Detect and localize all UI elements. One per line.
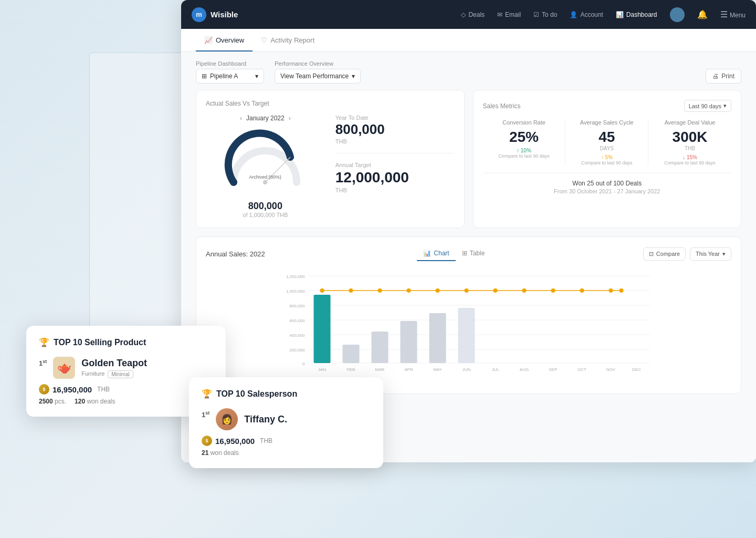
salesperson-won-deals: 21 won deals (202, 449, 239, 457)
top-salesperson-card: 🏆 TOP 10 Salesperson 1st 👩 Tiffany C. $ … (189, 377, 383, 468)
print-icon: 🖨 (712, 73, 719, 80)
coin-icon: $ (202, 436, 212, 446)
avg-cycle-change: ↑ 5% (601, 154, 613, 160)
category-tag: Furniture (81, 370, 104, 378)
conversion-rate-change-sub: Compare to last 90 days (498, 153, 550, 159)
annual-target-label: Annual Target (335, 162, 455, 168)
menu-button[interactable]: ☰ Menu (720, 9, 746, 19)
conversion-rate-change: ↑ 10% (517, 148, 531, 153)
activity-icon: ♡ (261, 36, 267, 44)
brand-icon: m (192, 7, 206, 22)
avatar[interactable] (670, 7, 685, 22)
sales-right: Year To Date 800,000 THB Annual Target 1… (335, 115, 455, 193)
svg-point-30 (494, 288, 498, 293)
svg-text:0: 0 (302, 361, 305, 366)
chart-tab-table[interactable]: ⊞ Table (456, 246, 491, 261)
trophy-icon: 🏆 (39, 337, 49, 347)
conversion-rate-col: Conversion Rate 25% ↑ 10% Compare to las… (483, 119, 566, 165)
actual-sales-title: Actual Sales Vs Target (206, 100, 455, 107)
annual-target-currency: THB (335, 187, 455, 193)
table-icon: ⊞ (462, 250, 467, 257)
won-deals-period: From 30 October 2021 - 27 January 2022 (483, 188, 732, 194)
sales-metrics-card: Sales Metrics Last 90 days ▾ Conversion … (473, 90, 742, 228)
product-item-row: 1st 🫖 Golden Teapot Furniture Minimal (39, 357, 213, 379)
hamburger-icon: ☰ (720, 10, 728, 19)
svg-point-1 (263, 180, 267, 184)
performance-filter-group: Performance Overview View Team Performan… (275, 60, 361, 84)
performance-select[interactable]: View Team Performance ▾ (275, 69, 361, 84)
chevron-down-icon: ▾ (255, 73, 258, 80)
year-to-date-currency: THB (335, 138, 455, 144)
avg-deal-label: Average Deal Value (665, 119, 716, 126)
pipeline-filter-group: Pipeline Dashboard ⊞ Pipeline A ▾ (196, 60, 264, 84)
nav-account[interactable]: 👤 Account (570, 11, 603, 18)
avg-deal-value: 300K (673, 130, 708, 144)
year-to-date-metric: Year To Date 800,000 THB (335, 115, 455, 144)
metrics-period-select[interactable]: Last 90 days ▾ (684, 100, 731, 112)
salesperson-price: 16,950,000 (215, 437, 255, 446)
pipeline-label: Pipeline Dashboard (196, 60, 264, 67)
todo-icon: ☑ (533, 11, 539, 18)
prev-month-button[interactable]: ‹ (240, 115, 242, 122)
salesperson-avatar: 👩 (216, 408, 238, 430)
svg-point-28 (436, 288, 440, 293)
nav-email[interactable]: ✉ Email (497, 11, 521, 18)
email-icon: ✉ (497, 11, 502, 18)
gauge-sub: of 1,000,000 THB (243, 212, 288, 218)
gauge-container: Archived (80%) (223, 127, 307, 180)
svg-text:200,000: 200,000 (290, 348, 305, 353)
product-price: 16,950,000 (52, 385, 92, 394)
top-salesperson-title: 🏆 TOP 10 Salesperson (202, 389, 371, 399)
svg-text:NOV: NOV (606, 367, 616, 372)
svg-point-31 (522, 288, 527, 293)
svg-point-32 (551, 288, 555, 293)
nav-deals[interactable]: ◇ Deals (461, 11, 485, 18)
tab-activity-report[interactable]: ♡ Activity Report (253, 29, 323, 51)
avg-cycle-unit: DAYS (600, 146, 614, 151)
style-tag: Minimal (108, 370, 133, 378)
rank-label: 1st (39, 359, 47, 367)
print-button[interactable]: 🖨 Print (706, 69, 741, 84)
deals-icon: ◇ (461, 11, 466, 18)
pipeline-select[interactable]: ⊞ Pipeline A ▾ (196, 69, 264, 84)
chart-area: 1,200,000 1,000,000 800,000 600,000 400,… (206, 268, 731, 374)
product-tags: Furniture Minimal (81, 370, 213, 378)
account-icon: 👤 (570, 11, 578, 18)
product-price-row: $ 16,950,000 THB (39, 384, 213, 395)
svg-text:1,000,000: 1,000,000 (286, 289, 305, 294)
annual-sales-chart-card: Annual Sales: 2022 📊 Chart ⊞ Table ⊡ Com… (196, 236, 741, 394)
compare-button[interactable]: ⊡ Compare (643, 247, 686, 261)
svg-text:AUG: AUG (520, 367, 529, 372)
cards-row: Actual Sales Vs Target ‹ January 2022 › (196, 90, 741, 228)
nav-dashboard[interactable]: 📊 Dashboard (616, 11, 657, 18)
svg-text:JUL: JUL (491, 367, 499, 372)
gauge-area: ‹ January 2022 › (206, 115, 325, 218)
svg-text:600,000: 600,000 (290, 318, 305, 323)
svg-text:Archived (80%): Archived (80%) (249, 174, 282, 180)
metrics-grid: Conversion Rate 25% ↑ 10% Compare to las… (483, 119, 732, 173)
won-deals-text: Won 25 out of 100 Deals (483, 180, 732, 187)
svg-rect-22 (458, 308, 475, 363)
actual-sales-card: Actual Sales Vs Target ‹ January 2022 › (196, 90, 465, 228)
svg-rect-18 (343, 345, 360, 363)
chart-controls: ⊡ Compare This Year ▾ (643, 247, 731, 261)
chart-title: Annual Sales: 2022 (206, 250, 265, 258)
top-product-title: 🏆 TOP 10 Selling Product (39, 337, 213, 347)
svg-point-27 (407, 288, 411, 293)
nav-todo[interactable]: ☑ To do (533, 11, 557, 18)
svg-text:DEC: DEC (632, 367, 641, 372)
product-icon: 🫖 (53, 357, 75, 379)
svg-text:APR: APR (404, 367, 413, 372)
product-stats-row: 2500 pcs. 120 won deals (39, 398, 213, 405)
overview-icon: 📈 (204, 36, 213, 44)
chart-tabs: 📊 Chart ⊞ Table (417, 246, 491, 261)
year-select[interactable]: This Year ▾ (690, 247, 731, 261)
svg-text:1,200,000: 1,200,000 (286, 274, 305, 279)
svg-rect-20 (401, 321, 417, 363)
annual-target-value: 12,000,000 (335, 169, 455, 186)
navbar: m Wisible ◇ Deals ✉ Email ☑ To do 👤 Acco… (181, 0, 756, 29)
next-month-button[interactable]: › (289, 115, 291, 122)
tab-overview[interactable]: 📈 Overview (196, 29, 253, 51)
chart-tab-chart[interactable]: 📊 Chart (417, 246, 455, 261)
bell-icon[interactable]: 🔔 (697, 9, 708, 19)
